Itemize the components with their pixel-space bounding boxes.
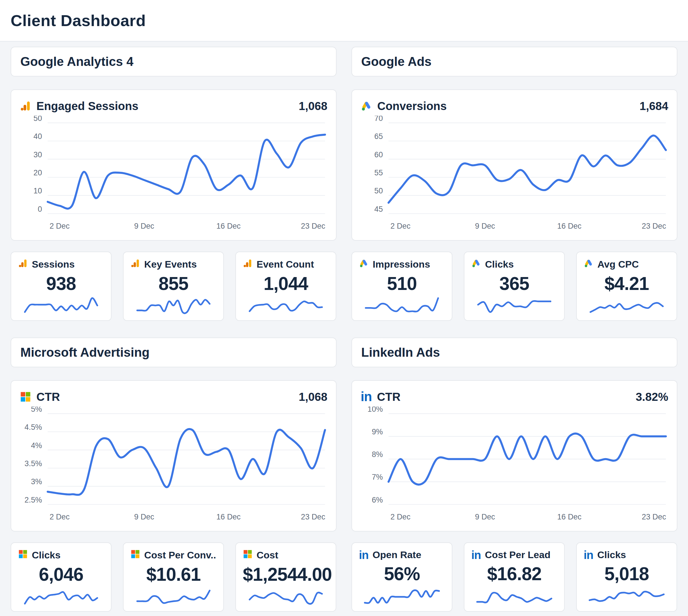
chart-card-engaged-sessions[interactable]: Engaged Sessions 1,068 010203040502 Dec9…: [10, 89, 337, 241]
kpi-value: 855: [130, 273, 216, 294]
kpi-header: Sessions: [18, 259, 104, 270]
kpi-sparkline: [130, 585, 216, 606]
google-ads-icon: [471, 259, 481, 270]
kpi-label: Sessions: [32, 259, 74, 270]
svg-text:23 Dec: 23 Dec: [301, 222, 325, 230]
kpi-value: $16.82: [471, 563, 557, 585]
svg-text:5%: 5%: [31, 406, 42, 414]
microsoft-icon: [130, 550, 140, 560]
kpi-header: Impressions: [359, 259, 445, 270]
kpi-card-open-rate[interactable]: in Open Rate 56%: [351, 542, 452, 612]
chart-header: in CTR 3.82%: [361, 389, 668, 404]
google-analytics-icon: [20, 100, 31, 112]
kpi-card-sessions[interactable]: Sessions 938: [10, 251, 111, 321]
kpi-value: 6,046: [18, 564, 104, 585]
svg-text:3%: 3%: [31, 477, 42, 486]
kpi-value: 510: [359, 273, 445, 294]
microsoft-icon: [18, 550, 28, 560]
svg-text:9 Dec: 9 Dec: [134, 512, 154, 521]
microsoft-icon: [20, 391, 31, 402]
svg-text:9 Dec: 9 Dec: [475, 222, 495, 230]
svg-text:7%: 7%: [372, 473, 383, 481]
kpi-sparkline: [359, 294, 445, 315]
kpi-label: Clicks: [32, 550, 61, 560]
kpi-value: 5,018: [584, 563, 670, 585]
chart-card-linkedin-ctr[interactable]: in CTR 3.82% 6%7%8%9%10%2 Dec9 Dec16 Dec…: [351, 380, 678, 531]
kpi-label: Open Rate: [373, 550, 422, 560]
conversions-line-chart[interactable]: 4550556065702 Dec9 Dec16 Dec23 Dec: [361, 116, 668, 232]
kpi-card-cost-per-conversion[interactable]: Cost Per Conv... $10.61: [123, 542, 224, 612]
kpi-header: Clicks: [18, 550, 104, 560]
linkedin-icon: in: [361, 391, 372, 402]
kpi-sparkline: [243, 294, 329, 315]
svg-text:3.5%: 3.5%: [25, 459, 42, 468]
microsoft-ctr-line-chart[interactable]: 2.5%3%3.5%4%4.5%5%2 Dec9 Dec16 Dec23 Dec: [20, 406, 327, 522]
google-ads-icon: [361, 100, 372, 112]
kpi-value: 56%: [359, 563, 445, 585]
svg-text:10: 10: [34, 186, 42, 195]
google-ads-icon: [359, 259, 369, 270]
linkedin-ctr-line-chart[interactable]: 6%7%8%9%10%2 Dec9 Dec16 Dec23 Dec: [361, 406, 668, 522]
app-header: Client Dashboard: [0, 0, 688, 42]
kpi-row-linkedin: in Open Rate 56% in Cost Per Lead $16.82: [351, 542, 678, 612]
engaged-sessions-line-chart[interactable]: 010203040502 Dec9 Dec16 Dec23 Dec: [20, 116, 327, 232]
kpi-value: 365: [471, 273, 557, 294]
section-title: Microsoft Advertising: [20, 345, 150, 359]
kpi-header: Clicks: [471, 259, 557, 270]
kpi-label: Clicks: [485, 259, 514, 270]
chart-header: CTR 1,068: [20, 389, 327, 404]
svg-text:6%: 6%: [372, 496, 383, 504]
svg-text:8%: 8%: [372, 450, 383, 459]
kpi-card-cost[interactable]: Cost $1,2544.00: [235, 542, 336, 612]
linkedin-icon: in: [471, 550, 481, 560]
google-analytics-icon: [243, 259, 253, 270]
section-header-google-analytics-4[interactable]: Google Analytics 4: [10, 47, 337, 76]
kpi-value: $10.61: [130, 564, 216, 585]
section-header-microsoft-advertising[interactable]: Microsoft Advertising: [10, 337, 337, 367]
kpi-header: Event Count: [243, 259, 329, 270]
chart-title: CTR: [37, 391, 60, 403]
kpi-card-impressions[interactable]: Impressions 510: [351, 251, 452, 321]
chart-total-value: 1,068: [299, 391, 327, 403]
kpi-header: Avg CPC: [584, 259, 670, 270]
svg-text:23 Dec: 23 Dec: [642, 512, 666, 521]
svg-text:9%: 9%: [372, 427, 383, 436]
kpi-label: Cost: [257, 550, 278, 560]
kpi-label: Clicks: [597, 550, 626, 560]
section-title: Google Analytics 4: [20, 54, 133, 69]
svg-text:30: 30: [34, 150, 42, 159]
section-header-linkedin-ads[interactable]: LinkedIn Ads: [351, 337, 678, 367]
svg-text:20: 20: [34, 169, 42, 177]
kpi-card-event-count[interactable]: Event Count 1,044: [235, 251, 336, 321]
svg-text:23 Dec: 23 Dec: [642, 222, 666, 230]
kpi-card-avg-cpc[interactable]: Avg CPC $4.21: [576, 251, 677, 321]
left-column: Google Analytics 4 Engaged Sessions 1,06…: [10, 47, 337, 612]
chart-header: Engaged Sessions 1,068: [20, 98, 327, 113]
kpi-card-ms-clicks[interactable]: Clicks 6,046: [10, 542, 111, 612]
kpi-label: Cost Per Lead: [485, 550, 551, 560]
chart-card-conversions[interactable]: Conversions 1,684 4550556065702 Dec9 Dec…: [351, 89, 678, 241]
kpi-sparkline: [471, 294, 557, 315]
section-header-google-ads[interactable]: Google Ads: [351, 47, 678, 76]
dashboard-body: Google Analytics 4 Engaged Sessions 1,06…: [0, 42, 688, 612]
kpi-card-ads-clicks[interactable]: Clicks 365: [464, 251, 565, 321]
svg-text:2 Dec: 2 Dec: [49, 222, 70, 230]
kpi-card-cost-per-lead[interactable]: in Cost Per Lead $16.82: [464, 542, 565, 612]
kpi-header: in Cost Per Lead: [471, 550, 557, 560]
kpi-header: Cost: [243, 550, 329, 560]
chart-header: Conversions 1,684: [361, 98, 668, 113]
kpi-card-li-clicks[interactable]: in Clicks 5,018: [576, 542, 677, 612]
kpi-sparkline: [359, 585, 445, 606]
svg-text:2 Dec: 2 Dec: [390, 222, 410, 230]
dashboard-grid: Google Analytics 4 Engaged Sessions 1,06…: [10, 47, 678, 612]
kpi-label: Impressions: [373, 259, 430, 270]
svg-text:45: 45: [374, 205, 383, 214]
section-title: LinkedIn Ads: [361, 345, 440, 359]
svg-text:50: 50: [34, 116, 42, 123]
kpi-sparkline: [243, 585, 329, 606]
chart-card-microsoft-ctr[interactable]: CTR 1,068 2.5%3%3.5%4%4.5%5%2 Dec9 Dec16…: [10, 380, 337, 531]
kpi-card-key-events[interactable]: Key Events 855: [123, 251, 224, 321]
kpi-sparkline: [584, 585, 670, 606]
chart-title: Conversions: [377, 100, 447, 113]
kpi-label: Key Events: [144, 259, 197, 270]
